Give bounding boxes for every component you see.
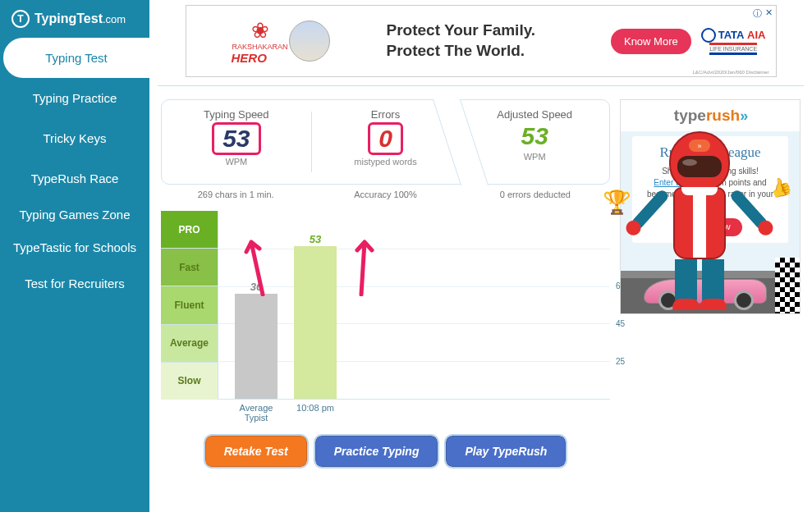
helmet-icon: » — [669, 131, 730, 192]
x-label-avg: Average Typist — [235, 403, 278, 423]
bar-you-label: 53 — [294, 233, 337, 245]
ad-brand-big: HERO — [232, 51, 289, 65]
top-banner-ad[interactable]: ⓘ ✕ ❀ RAKSHAKARAN HERO Protect Your Fami… — [186, 5, 777, 77]
nav-typerush-race[interactable]: TypeRush Race — [0, 158, 149, 199]
nav-typing-test[interactable]: Typing Test — [3, 38, 149, 78]
nav-tricky-keys[interactable]: Tricky Keys — [0, 118, 149, 158]
hero-hands-icon: ❀ — [232, 18, 289, 43]
nav-test-recruiters[interactable]: Test for Recruiters — [0, 263, 149, 304]
nav-typing-practice[interactable]: Typing Practice — [0, 78, 149, 118]
level-pro: PRO — [161, 211, 218, 249]
practice-typing-button[interactable]: Practice Typing — [315, 436, 438, 467]
accuracy-text: Accuracy 100% — [310, 185, 460, 201]
card-adjusted-speed: Adjusted Speed 53 WPM — [460, 100, 609, 184]
adjusted-speed-value: 53 — [512, 122, 556, 150]
tata-circle-icon — [701, 28, 716, 43]
bar-average-typist: 36 — [235, 294, 278, 399]
card-errors: Errors 0 mistyped words — [311, 100, 461, 184]
ad-brand: ❀ RAKSHAKARAN HERO — [186, 18, 375, 65]
typing-speed-value: 53 — [212, 122, 260, 155]
card-sub: mistyped words — [314, 157, 457, 167]
annotation-arrow-errors — [350, 231, 379, 296]
x-label-time: 10:08 pm — [294, 403, 337, 423]
ad-info-icon[interactable]: ⓘ — [753, 7, 762, 20]
bar-your-score: 53 — [294, 246, 337, 399]
logo-text: TypingTest.com — [34, 11, 126, 26]
chars-text: 269 chars in 1 min. — [161, 185, 310, 201]
chart-x-labels: Average Typist 10:08 pm — [218, 400, 610, 423]
logo-icon: T — [11, 10, 30, 28]
card-title: Adjusted Speed — [463, 108, 606, 121]
divider — [158, 85, 804, 86]
trophy-icon: 🏆 — [603, 189, 627, 216]
play-typerush-button[interactable]: Play TypeRush — [446, 436, 566, 467]
nav-typetastic-schools[interactable]: TypeTastic for Schools — [0, 231, 149, 264]
nav: Typing Test Typing Practice Tricky Keys … — [0, 38, 149, 304]
racer-mascot: » 🏆 👍 — [642, 131, 757, 305]
chevrons-icon: » — [740, 107, 746, 124]
y-tick-25: 25 — [616, 357, 625, 366]
ad-know-more-button[interactable]: Know More — [611, 29, 691, 54]
card-title: Errors — [314, 108, 457, 121]
card-sub: WPM — [463, 152, 606, 162]
chart-bars-area: 65 45 25 36 53 — [218, 211, 610, 400]
card-title: Typing Speed — [165, 108, 308, 121]
results-panel: Typing Speed 53 WPM Errors 0 mistyped wo… — [161, 99, 610, 467]
level-fluent: Fluent — [161, 286, 218, 324]
ad-tata-logo: TATA AIA LIFE INSURANCE — [701, 28, 766, 55]
level-slow: Slow — [161, 363, 218, 400]
action-buttons: Retake Test Practice Typing Play TypeRus… — [161, 436, 610, 467]
ad-brand-small: RAKSHAKARAN — [232, 43, 289, 51]
retake-test-button[interactable]: Retake Test — [205, 436, 307, 467]
ad-disclaimer: L&C/Advt/2020/Jan/060 Disclaimer — [692, 70, 768, 75]
card-sub: WPM — [165, 157, 308, 167]
nav-typing-games-zone[interactable]: Typing Games Zone — [0, 199, 149, 231]
ad-family-image — [289, 21, 330, 62]
sidebar: T TypingTest.com Typing Test Typing Prac… — [0, 0, 149, 512]
card-typing-speed: Typing Speed 53 WPM — [162, 100, 311, 184]
checkered-flag-icon — [775, 258, 800, 313]
annotation-arrow-speed — [243, 231, 273, 296]
ad-headline: Protect Your Family. Protect The World. — [375, 21, 611, 61]
errors-value: 0 — [368, 122, 403, 155]
speed-chart: PRO Fast Fluent Average Slow 65 45 25 36… — [161, 211, 610, 400]
chart-levels: PRO Fast Fluent Average Slow — [161, 211, 218, 400]
cards-sub-row: 269 chars in 1 min. Accuracy 100% 0 erro… — [161, 185, 610, 201]
level-average: Average — [161, 325, 218, 363]
result-cards: Typing Speed 53 WPM Errors 0 mistyped wo… — [161, 99, 610, 185]
main: ⓘ ✕ ❀ RAKSHAKARAN HERO Protect Your Fami… — [149, 0, 812, 512]
ad-close-icon[interactable]: ✕ — [765, 7, 773, 20]
deducted-text: 0 errors deducted — [461, 185, 610, 201]
typerush-logo: typerush» — [621, 100, 800, 131]
logo[interactable]: T TypingTest.com — [0, 0, 149, 38]
y-tick-45: 45 — [616, 319, 625, 328]
helmet-badge-icon: » — [689, 139, 710, 152]
level-fast: Fast — [161, 249, 218, 286]
